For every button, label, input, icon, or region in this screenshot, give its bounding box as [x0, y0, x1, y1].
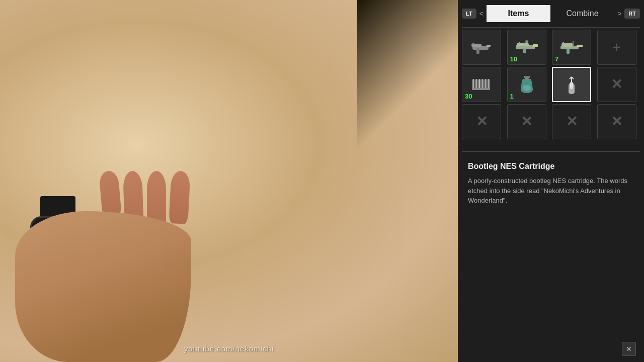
- item-description-area: Bootleg NES Cartridge A poorly-construct…: [462, 156, 640, 236]
- svg-rect-23: [472, 88, 490, 90]
- slot-8-x-icon: ✕: [476, 115, 488, 129]
- inventory-grid: 10 7 +: [458, 28, 644, 141]
- inventory-slot-2[interactable]: 7: [552, 30, 591, 65]
- svg-rect-14: [577, 45, 583, 47]
- hand-palm: [15, 211, 191, 362]
- slot-6-icon: [558, 73, 585, 96]
- inventory-slot-5[interactable]: 1: [507, 67, 546, 102]
- svg-rect-7: [523, 48, 526, 53]
- svg-rect-13: [567, 48, 570, 54]
- svg-rect-10: [519, 42, 520, 45]
- rt-button[interactable]: RT: [624, 9, 640, 19]
- slot-9-x-icon: ✕: [521, 115, 532, 129]
- slot-2-icon: [558, 36, 585, 58]
- inventory-slot-10[interactable]: ✕: [552, 104, 591, 139]
- slot-1-count: 10: [510, 55, 517, 63]
- inventory-slot-0[interactable]: [462, 30, 501, 65]
- slot-10-x-icon: ✕: [566, 115, 578, 129]
- svg-rect-16: [573, 41, 574, 47]
- inventory-panel: LT < Items Combine > RT: [458, 0, 644, 362]
- slot-4-count: 30: [465, 93, 472, 100]
- inventory-slot-11[interactable]: ✕: [597, 104, 636, 139]
- svg-rect-6: [517, 43, 529, 46]
- item-title: Bootleg NES Cartridge: [468, 162, 634, 171]
- close-button[interactable]: ✕: [622, 342, 636, 356]
- svg-rect-4: [472, 43, 474, 45]
- inventory-slot-7[interactable]: ✕: [597, 67, 636, 102]
- svg-rect-3: [487, 45, 491, 47]
- slot-11-x-icon: ✕: [611, 115, 622, 129]
- slot-3-plus-icon: +: [612, 39, 621, 56]
- inventory-slot-6[interactable]: [552, 67, 591, 102]
- svg-rect-8: [533, 44, 538, 47]
- inventory-slot-1[interactable]: 10: [507, 30, 546, 65]
- slot-5-count: 1: [510, 93, 514, 100]
- slot-5-icon: [513, 73, 540, 96]
- inventory-slot-9[interactable]: ✕: [507, 104, 546, 139]
- svg-rect-15: [562, 42, 564, 46]
- next-tab-button[interactable]: >: [614, 8, 624, 20]
- inventory-slot-3[interactable]: +: [597, 30, 636, 65]
- slot-2-count: 7: [555, 55, 558, 63]
- watermark: youtube.com/nekomichi: [184, 344, 274, 353]
- tab-bar: LT < Items Combine > RT: [458, 0, 644, 27]
- svg-point-9: [525, 40, 528, 43]
- svg-rect-27: [570, 82, 573, 89]
- slot-0-icon: [468, 36, 495, 58]
- inventory-slot-8[interactable]: ✕: [462, 104, 501, 139]
- lt-button[interactable]: LT: [462, 9, 476, 19]
- prev-tab-button[interactable]: <: [476, 8, 487, 20]
- video-area: youtube.com/nekomichi: [0, 0, 458, 362]
- tab-combine[interactable]: Combine: [550, 5, 614, 22]
- svg-rect-2: [476, 48, 479, 54]
- tab-items[interactable]: Items: [487, 5, 550, 22]
- item-description-text: A poorly-constructed bootleg NES cartrid…: [468, 176, 634, 206]
- inventory-slot-4[interactable]: 30: [462, 67, 501, 102]
- svg-rect-25: [524, 76, 530, 78]
- desc-divider: [462, 151, 640, 152]
- slot-7-x-icon: ✕: [611, 77, 622, 92]
- svg-point-26: [523, 85, 531, 91]
